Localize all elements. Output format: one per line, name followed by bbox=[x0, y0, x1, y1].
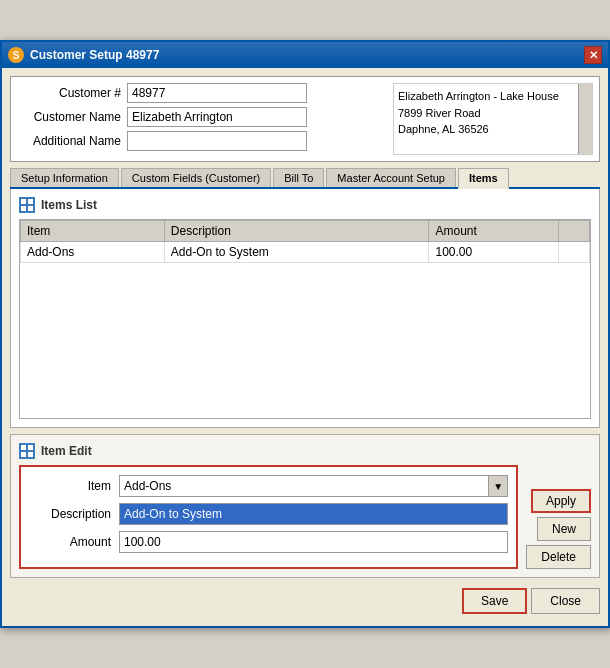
customer-name-input[interactable] bbox=[127, 107, 307, 127]
item-dropdown-row: Item Add-Ons Other ▼ bbox=[29, 475, 508, 497]
svg-rect-6 bbox=[21, 452, 26, 457]
svg-rect-2 bbox=[21, 206, 26, 211]
col-amount: Amount bbox=[429, 221, 559, 242]
tab-master-account[interactable]: Master Account Setup bbox=[326, 168, 456, 187]
tab-items[interactable]: Items bbox=[458, 168, 509, 189]
customer-number-row: Customer # bbox=[17, 83, 393, 103]
app-icon: S bbox=[8, 47, 24, 63]
items-list-icon bbox=[19, 197, 35, 213]
item-dropdown-label: Item bbox=[29, 479, 119, 493]
item-edit-section: Item Edit Item Add-Ons Other ▼ bbox=[10, 434, 600, 578]
select-arrow-icon: ▼ bbox=[488, 475, 508, 497]
svg-rect-7 bbox=[28, 452, 33, 457]
row-amount: 100.00 bbox=[429, 242, 559, 263]
svg-rect-5 bbox=[28, 445, 33, 450]
items-table: Item Description Amount Add-Ons Add-On t… bbox=[20, 220, 590, 263]
item-select[interactable]: Add-Ons Other bbox=[119, 475, 508, 497]
description-row: Description bbox=[29, 503, 508, 525]
save-button[interactable]: Save bbox=[462, 588, 527, 614]
items-list-header: Items List bbox=[19, 197, 591, 213]
address-line2: 7899 River Road bbox=[398, 105, 588, 122]
new-button[interactable]: New bbox=[537, 517, 591, 541]
address-line1: Elizabeth Arrington - Lake House bbox=[398, 88, 588, 105]
col-extra bbox=[558, 221, 589, 242]
tab-setup-information[interactable]: Setup Information bbox=[10, 168, 119, 187]
customer-setup-window: S Customer Setup 48977 ✕ Customer # Cust… bbox=[0, 40, 610, 628]
item-edit-icon bbox=[19, 443, 35, 459]
window-body: Customer # Customer Name Additional Name… bbox=[2, 68, 608, 626]
footer-buttons: Save Close bbox=[10, 584, 600, 618]
customer-number-label: Customer # bbox=[17, 86, 127, 100]
customer-number-input[interactable] bbox=[127, 83, 307, 103]
close-button[interactable]: ✕ bbox=[584, 46, 602, 64]
row-item: Add-Ons bbox=[21, 242, 165, 263]
svg-rect-1 bbox=[28, 199, 33, 204]
item-edit-header: Item Edit bbox=[19, 443, 591, 459]
edit-action-buttons: Apply New Delete bbox=[526, 469, 591, 569]
row-extra bbox=[558, 242, 589, 263]
svg-rect-4 bbox=[21, 445, 26, 450]
customer-name-row: Customer Name bbox=[17, 107, 393, 127]
customer-header: Customer # Customer Name Additional Name… bbox=[10, 76, 600, 162]
tab-bar: Setup Information Custom Fields (Custome… bbox=[10, 168, 600, 189]
item-edit-label: Item Edit bbox=[41, 444, 92, 458]
address-line3: Daphne, AL 36526 bbox=[398, 121, 588, 138]
description-input[interactable] bbox=[119, 503, 508, 525]
items-list-label: Items List bbox=[41, 198, 97, 212]
svg-rect-0 bbox=[21, 199, 26, 204]
item-edit-body: Item Add-Ons Other ▼ Description bbox=[19, 465, 591, 569]
table-row[interactable]: Add-Ons Add-On to System 100.00 bbox=[21, 242, 590, 263]
additional-name-label: Additional Name bbox=[17, 134, 127, 148]
item-select-wrapper: Add-Ons Other ▼ bbox=[119, 475, 508, 497]
tab-custom-fields[interactable]: Custom Fields (Customer) bbox=[121, 168, 271, 187]
customer-fields: Customer # Customer Name Additional Name bbox=[17, 83, 393, 155]
row-description: Add-On to System bbox=[164, 242, 429, 263]
tab-bill-to[interactable]: Bill To bbox=[273, 168, 324, 187]
apply-button[interactable]: Apply bbox=[531, 489, 591, 513]
amount-input[interactable] bbox=[119, 531, 508, 553]
items-list-area: Item Description Amount Add-Ons Add-On t… bbox=[19, 219, 591, 419]
svg-rect-3 bbox=[28, 206, 33, 211]
item-edit-fields: Item Add-Ons Other ▼ Description bbox=[19, 465, 518, 569]
delete-button[interactable]: Delete bbox=[526, 545, 591, 569]
title-bar: S Customer Setup 48977 ✕ bbox=[2, 42, 608, 68]
additional-name-row: Additional Name bbox=[17, 131, 393, 151]
description-label: Description bbox=[29, 507, 119, 521]
col-description: Description bbox=[164, 221, 429, 242]
amount-label: Amount bbox=[29, 535, 119, 549]
close-window-button[interactable]: Close bbox=[531, 588, 600, 614]
customer-name-label: Customer Name bbox=[17, 110, 127, 124]
additional-name-input[interactable] bbox=[127, 131, 307, 151]
address-box: Elizabeth Arrington - Lake House 7899 Ri… bbox=[393, 83, 593, 155]
window-title: Customer Setup 48977 bbox=[30, 48, 584, 62]
amount-row: Amount bbox=[29, 531, 508, 553]
items-tab-content: Items List Item Description Amount bbox=[10, 189, 600, 428]
address-scrollbar[interactable] bbox=[578, 84, 592, 154]
col-item: Item bbox=[21, 221, 165, 242]
